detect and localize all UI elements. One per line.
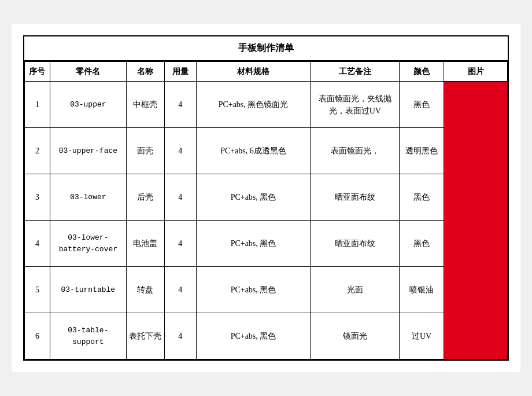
cell-color: 透明黑色 bbox=[400, 128, 444, 174]
table-title: 手板制作清单 bbox=[24, 36, 508, 61]
cell-color: 黑色 bbox=[400, 82, 444, 128]
cell-process: 晒亚面布纹 bbox=[311, 221, 400, 267]
cell-qty: 4 bbox=[164, 221, 196, 267]
cell-seq: 3 bbox=[25, 174, 50, 221]
cell-qty: 4 bbox=[164, 313, 196, 360]
cell-qty: 4 bbox=[164, 174, 196, 221]
header-image: 图片 bbox=[444, 62, 508, 82]
cell-spec: PC+abs, 黑色 bbox=[196, 221, 311, 267]
cell-qty: 4 bbox=[164, 128, 196, 174]
table-row: 203-upper-face面壳4PC+abs, 6成透黑色表面镜面光，透明黑色 bbox=[25, 128, 508, 174]
table-row: 303-lower后壳4PC+abs, 黑色晒亚面布纹黑色 bbox=[25, 174, 508, 221]
cell-name: 中框壳 bbox=[126, 82, 164, 128]
cell-spec: PC+abs, 黑色 bbox=[196, 313, 311, 360]
cell-part-code: 03-lower bbox=[50, 174, 126, 221]
header-name: 名称 bbox=[126, 62, 164, 82]
cell-process: 镜面光 bbox=[311, 313, 400, 360]
cell-seq: 2 bbox=[25, 128, 50, 174]
cell-part-code: 03-upper-face bbox=[50, 128, 126, 174]
cell-color: 黑色 bbox=[400, 174, 444, 221]
cell-spec: PC+abs, 黑色 bbox=[196, 267, 311, 313]
header-spec: 材料规格 bbox=[196, 62, 311, 82]
main-table: 序号 零件名 名称 用量 材料规格 工艺备注 颜色 图片 103-upper中框… bbox=[24, 61, 508, 360]
cell-image bbox=[444, 82, 508, 360]
cell-part-code: 03-turntable bbox=[50, 267, 126, 313]
cell-color: 黑色 bbox=[400, 221, 444, 267]
table-row: 603-table-support表托下壳4PC+abs, 黑色镜面光过UV bbox=[25, 313, 508, 360]
cell-spec: PC+abs, 黑色 bbox=[196, 174, 311, 221]
cell-name: 转盘 bbox=[126, 267, 164, 313]
header-process: 工艺备注 bbox=[311, 62, 400, 82]
cell-name: 电池盖 bbox=[126, 221, 164, 267]
cell-process: 表面镜面光， bbox=[311, 128, 400, 174]
header-part-code: 零件名 bbox=[50, 62, 126, 82]
cell-process: 晒亚面布纹 bbox=[311, 174, 400, 221]
header-qty: 用量 bbox=[164, 62, 196, 82]
cell-part-code: 03-lower-battery-cover bbox=[50, 221, 126, 267]
cell-spec: PC+abs, 6成透黑色 bbox=[196, 128, 311, 174]
cell-name: 面壳 bbox=[126, 128, 164, 174]
cell-process: 光面 bbox=[311, 267, 400, 313]
table-row: 403-lower-battery-cover电池盖4PC+abs, 黑色晒亚面… bbox=[25, 221, 508, 267]
cell-qty: 4 bbox=[164, 82, 196, 128]
cell-part-code: 03-table-support bbox=[50, 313, 126, 360]
cell-spec: PC+abs, 黑色镜面光 bbox=[196, 82, 311, 128]
cell-color: 过UV bbox=[400, 313, 444, 360]
cell-qty: 4 bbox=[164, 267, 196, 313]
cell-process: 表面镜面光，夹线抛光，表面过UV bbox=[311, 82, 400, 128]
header-color: 颜色 bbox=[400, 62, 444, 82]
table-row: 103-upper中框壳4PC+abs, 黑色镜面光表面镜面光，夹线抛光，表面过… bbox=[25, 82, 508, 128]
cell-color: 喷银油 bbox=[400, 267, 444, 313]
cell-seq: 4 bbox=[25, 221, 50, 267]
cell-name: 后壳 bbox=[126, 174, 164, 221]
page-container: 手板制作清单 序号 零件名 名称 用量 材料规格 工艺备注 bbox=[12, 24, 520, 372]
cell-name: 表托下壳 bbox=[126, 313, 164, 360]
cell-seq: 5 bbox=[25, 267, 50, 313]
header-row: 序号 零件名 名称 用量 材料规格 工艺备注 颜色 图片 bbox=[25, 62, 508, 82]
cell-seq: 6 bbox=[25, 313, 50, 360]
cell-seq: 1 bbox=[25, 82, 50, 128]
header-seq: 序号 bbox=[25, 62, 50, 82]
cell-part-code: 03-upper bbox=[50, 82, 126, 128]
table-row: 503-turntable转盘4PC+abs, 黑色光面喷银油 bbox=[25, 267, 508, 313]
table-wrapper: 手板制作清单 序号 零件名 名称 用量 材料规格 工艺备注 bbox=[23, 35, 509, 361]
